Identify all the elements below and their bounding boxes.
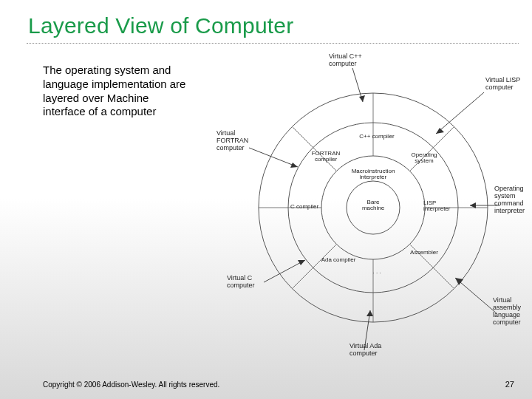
seg-c: C compiler [290, 204, 330, 210]
svg-marker-18 [290, 163, 298, 168]
svg-line-11 [292, 126, 336, 171]
lbl-vcpp: Virtual C++ computer [329, 53, 388, 68]
slide-title: Layered View of Computer [0, 0, 532, 43]
lbl-vlisp: Virtual LISP computer [485, 77, 522, 92]
footer-copyright: Copyright © 2006 Addison-Wesley. All rig… [43, 381, 219, 389]
page-number: 27 [505, 380, 514, 389]
title-underline [27, 43, 519, 44]
svg-marker-13 [436, 128, 444, 134]
lbl-vc: Virtual C computer [227, 275, 264, 290]
seg-dots: . . . [366, 269, 388, 275]
lbl-voscmd: Operating system command interpreter [494, 185, 532, 215]
layered-diagram: Bare machine Macroinstruction interprete… [218, 56, 514, 352]
svg-marker-16 [366, 310, 373, 316]
seg-fortran: FORTRAN compiler [305, 151, 347, 163]
seg-cpp: C++ compiler [358, 134, 395, 140]
seg-asm: Assembler [404, 250, 444, 256]
svg-marker-17 [298, 260, 305, 265]
lbl-vada: Virtual Ada computer [349, 343, 386, 358]
seg-os: Operating system [401, 152, 447, 165]
svg-marker-12 [359, 95, 365, 102]
svg-line-9 [292, 245, 336, 289]
ring1-label: Macroinstruction interpreter [342, 168, 404, 181]
center-label: Bare machine [357, 200, 389, 212]
seg-ada: Ada compiler [320, 257, 357, 263]
seg-lisp: LISP interpreter [423, 200, 459, 213]
lbl-vfortran: Virtual FORTRAN computer [216, 130, 258, 152]
lbl-vasm: Virtual assembly language computer [493, 297, 532, 327]
description-text: The operating system and language implem… [43, 64, 191, 119]
